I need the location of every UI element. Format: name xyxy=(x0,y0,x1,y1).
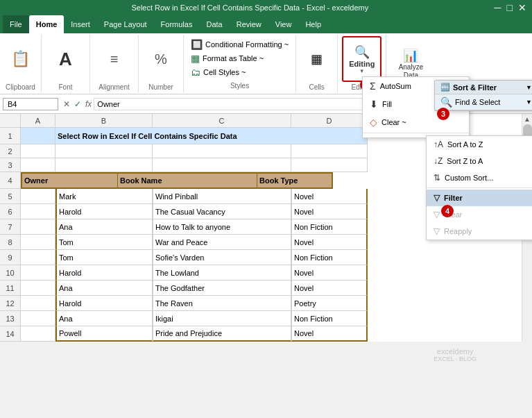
row-header-8[interactable]: 8 xyxy=(0,235,21,250)
formula-confirm-icon[interactable]: ✓ xyxy=(72,99,83,109)
list-item[interactable]: Harold xyxy=(55,204,153,219)
list-item[interactable]: The Casual Vacancy xyxy=(153,204,291,219)
list-item[interactable]: War and Peace xyxy=(153,235,291,250)
font-btn[interactable]: A xyxy=(53,36,78,82)
cell-a6[interactable] xyxy=(21,204,55,219)
sort-z-to-a-item[interactable]: ↓Z Sort Z to A xyxy=(427,153,532,169)
row-header-4[interactable]: 4 xyxy=(0,172,21,189)
format-as-table-btn[interactable]: ▦ Format as Table ~ xyxy=(188,51,291,65)
list-item[interactable]: Harold xyxy=(55,296,153,311)
row-header-9[interactable]: 9 xyxy=(0,250,21,265)
cell-b1[interactable]: Select Row in Excel If Cell Contains Spe… xyxy=(55,128,368,144)
tab-home[interactable]: Home xyxy=(29,15,65,33)
cell-c4-bookname[interactable]: Book Name xyxy=(118,172,257,189)
list-item[interactable]: Harold xyxy=(55,265,153,281)
list-item[interactable]: Sofie's Varden xyxy=(153,250,291,265)
cell-a7[interactable] xyxy=(21,219,55,235)
cell-d4-booktype[interactable]: Book Type xyxy=(257,172,333,189)
conditional-formatting-btn[interactable]: 🔲 Conditional Formatting ~ xyxy=(188,37,291,51)
tab-view[interactable]: View xyxy=(268,15,299,33)
list-item[interactable]: Tom xyxy=(55,235,153,250)
cell-a11[interactable] xyxy=(21,281,55,296)
list-item[interactable]: Wind Pinball xyxy=(153,189,291,204)
list-item[interactable]: Non Fiction xyxy=(291,311,368,326)
cell-d2[interactable] xyxy=(291,144,368,158)
list-item[interactable]: Novel xyxy=(291,189,368,204)
cell-a8[interactable] xyxy=(21,235,55,250)
cells-btn[interactable]: ▦ xyxy=(305,36,328,82)
cell-a10[interactable] xyxy=(21,265,55,281)
list-item[interactable]: Ana xyxy=(55,219,153,235)
list-item[interactable]: The Lowland xyxy=(153,265,291,281)
cell-a12[interactable] xyxy=(21,296,55,311)
list-item[interactable]: Ana xyxy=(55,311,153,326)
row-header-1[interactable]: 1 xyxy=(0,128,21,144)
tab-review[interactable]: Review xyxy=(230,15,268,33)
tab-formulas[interactable]: Formulas xyxy=(154,15,200,33)
scroll-up-btn[interactable]: ▲ xyxy=(522,115,532,123)
filter-item[interactable]: ▽ Filter xyxy=(427,190,532,206)
cell-a14[interactable] xyxy=(21,326,55,342)
row-header-11[interactable]: 11 xyxy=(0,281,21,296)
list-item[interactable]: The Godfather xyxy=(153,281,291,296)
row-header-2[interactable]: 2 xyxy=(0,144,21,158)
cell-c2[interactable] xyxy=(153,144,291,158)
cell-a2[interactable] xyxy=(21,144,55,158)
cell-a1[interactable] xyxy=(21,128,55,144)
maximize-icon[interactable]: □ xyxy=(507,2,513,13)
tab-file[interactable]: File xyxy=(3,15,29,33)
function-icon[interactable]: fx xyxy=(83,99,94,109)
cell-reference-box[interactable]: B4 xyxy=(3,98,58,110)
row-header-5[interactable]: 5 xyxy=(0,189,21,204)
list-item[interactable]: Non Fiction xyxy=(291,250,368,265)
cell-d3[interactable] xyxy=(291,158,368,172)
row-header-7[interactable]: 7 xyxy=(0,219,21,235)
cell-a3[interactable] xyxy=(21,158,55,172)
cell-b2[interactable] xyxy=(55,144,153,158)
cell-c3[interactable] xyxy=(153,158,291,172)
alignment-btn[interactable]: ≡ xyxy=(105,36,124,82)
formula-cancel-icon[interactable]: ✕ xyxy=(61,99,72,109)
list-item[interactable]: Ikigai xyxy=(153,311,291,326)
list-item[interactable]: Ana xyxy=(55,281,153,296)
cell-styles-btn[interactable]: 🗂 Cell Styles ~ xyxy=(188,65,291,79)
list-item[interactable]: Poetry xyxy=(291,296,368,311)
row-header-6[interactable]: 6 xyxy=(0,204,21,219)
row-header-14[interactable]: 14 xyxy=(0,326,21,342)
list-item[interactable]: Novel xyxy=(291,326,368,342)
reapply-item[interactable]: ▽ Reapply xyxy=(427,223,532,240)
list-item[interactable]: Mark xyxy=(55,189,153,204)
row-header-12[interactable]: 12 xyxy=(0,296,21,311)
tab-page-layout[interactable]: Page Layout xyxy=(97,15,154,33)
list-item[interactable]: Tom xyxy=(55,250,153,265)
clipboard-btn[interactable]: 📋 xyxy=(8,36,33,82)
clear-item[interactable]: ◇ Clear ~ xyxy=(363,113,469,131)
minimize-icon[interactable]: ─ xyxy=(495,2,501,13)
row-header-3[interactable]: 3 xyxy=(0,158,21,172)
list-item[interactable]: Novel xyxy=(291,204,368,219)
cell-a9[interactable] xyxy=(21,250,55,265)
list-item[interactable]: Powell xyxy=(55,326,153,342)
sort-a-to-z-item[interactable]: ↑A Sort A to Z xyxy=(427,136,532,153)
col-header-b[interactable]: B xyxy=(55,114,153,128)
cell-a13[interactable] xyxy=(21,311,55,326)
list-item[interactable]: The Raven xyxy=(153,296,291,311)
col-header-d[interactable]: D xyxy=(291,114,368,128)
cell-b4-owner[interactable]: Owner xyxy=(21,172,118,189)
tab-insert[interactable]: Insert xyxy=(64,15,97,33)
list-item[interactable]: How to Talk to anyone xyxy=(153,219,291,235)
list-item[interactable]: Novel xyxy=(291,235,368,250)
list-item[interactable]: Novel xyxy=(291,265,368,281)
editing-btn[interactable]: 🔍 Editing ▼ xyxy=(342,36,381,82)
col-header-a[interactable]: A xyxy=(21,114,55,128)
custom-sort-item[interactable]: ⇅ Custom Sort... xyxy=(427,169,532,186)
tab-data[interactable]: Data xyxy=(199,15,229,33)
tab-help[interactable]: Help xyxy=(298,15,328,33)
row-header-10[interactable]: 10 xyxy=(0,265,21,281)
list-item[interactable]: Non Fiction xyxy=(291,219,368,235)
list-item[interactable]: Novel xyxy=(291,281,368,296)
cell-a5[interactable] xyxy=(21,189,55,204)
row-header-13[interactable]: 13 xyxy=(0,311,21,326)
list-item[interactable]: Pride and Prejudice xyxy=(153,326,291,342)
close-icon[interactable]: ✕ xyxy=(518,2,526,13)
